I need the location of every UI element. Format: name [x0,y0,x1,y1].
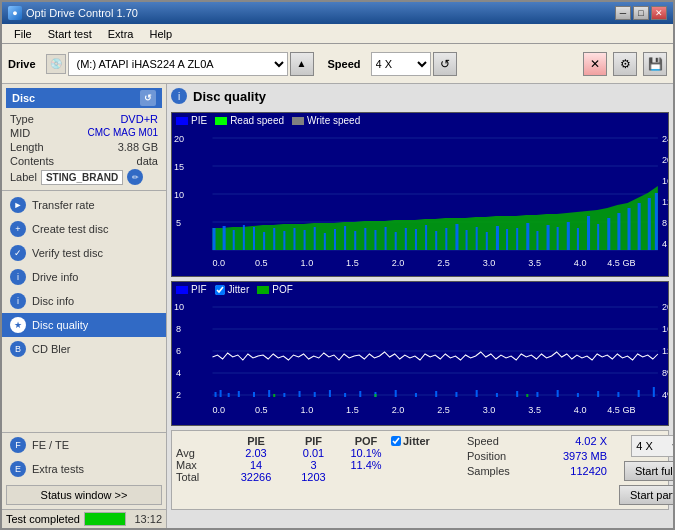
svg-text:1.0: 1.0 [301,258,314,268]
svg-rect-33 [374,230,376,250]
nav-icon-fe-te: F [10,437,26,453]
menu-help[interactable]: Help [141,26,180,42]
contents-label: Contents [10,155,54,167]
mid-label: MID [10,127,30,139]
nav-verify-test-disc[interactable]: ✓ Verify test disc [2,241,166,265]
svg-text:3.0: 3.0 [483,405,496,415]
legend-write-label: Write speed [307,115,360,126]
svg-text:5: 5 [176,218,181,228]
chart1-legend: PIE Read speed Write speed [172,113,668,128]
svg-rect-21 [253,227,255,250]
svg-rect-22 [263,232,265,250]
nav-extra-tests[interactable]: E Extra tests [2,457,166,481]
drive-icon: 💿 [46,54,66,74]
test-completed-bar: Test completed 13:12 [2,509,166,528]
svg-text:2: 2 [176,390,181,400]
svg-text:2.5: 2.5 [437,405,450,415]
legend-pie-label: PIE [191,115,207,126]
disc-quality-header: i Disc quality [171,88,669,104]
minimize-button[interactable]: ─ [615,6,631,20]
nav-icon-extra: E [10,461,26,477]
svg-rect-23 [273,228,275,250]
svg-rect-58 [628,208,631,250]
nav-transfer-rate[interactable]: ► Transfer rate [2,193,166,217]
svg-rect-97 [329,390,331,397]
svg-rect-96 [314,392,316,397]
svg-rect-88 [215,392,217,397]
nav-cd-bler[interactable]: B CD Bler [2,337,166,361]
stat-avg-jitter [391,447,461,459]
start-full-button[interactable]: Start full [624,461,673,481]
toolbar: Drive 💿 (M:) ATAPI iHAS224 A ZL0A ▲ Spee… [2,44,673,84]
progress-fill [85,513,125,525]
speed-select-right[interactable]: 4 X 1 X 2 X 8 X [631,435,673,457]
legend-pie-color [176,117,188,125]
svg-rect-103 [435,391,437,397]
nav-disc-quality[interactable]: ★ Disc quality [2,313,166,337]
svg-rect-42 [466,230,468,250]
type-value: DVD+R [120,113,158,125]
disc-refresh-icon[interactable]: ↺ [140,90,156,106]
svg-rect-38 [425,225,427,250]
speed-select[interactable]: 4 X 1 X 2 X 8 X [371,52,431,76]
menu-extra[interactable]: Extra [100,26,142,42]
svg-rect-51 [557,227,559,250]
svg-rect-59 [638,203,641,250]
svg-rect-105 [476,390,478,397]
svg-rect-29 [334,229,336,250]
test-completed-label: Test completed [6,513,80,525]
drive-label: Drive [8,58,36,70]
nav-create-test-disc[interactable]: + Create test disc [2,217,166,241]
legend-read-label: Read speed [230,115,284,126]
stat-max-jitter [391,459,461,471]
chart2-legend: PIF Jitter POF [172,282,668,297]
nav-icon-drive: i [10,269,26,285]
svg-rect-92 [253,392,255,397]
refresh-button[interactable]: ↺ [433,52,457,76]
status-bottom: F FE / TE E Extra tests Status window >>… [2,432,166,528]
svg-rect-98 [344,393,346,397]
stats-grid: PIE PIF POF Jitter Avg 2.03 0.01 10.1% M… [176,435,461,483]
close-button[interactable]: ✕ [651,6,667,20]
legend-write-color [292,117,304,125]
start-part-button[interactable]: Start part [619,485,673,505]
legend-pif-color [176,286,188,294]
jitter-checkbox[interactable] [215,285,225,295]
jitter-stat-checkbox[interactable] [391,436,401,446]
svg-rect-50 [547,225,550,250]
svg-rect-27 [314,227,316,250]
stat-avg-pie: 2.03 [226,447,286,459]
eject-button[interactable]: ▲ [290,52,314,76]
stat-total-pif: 1203 [286,471,341,483]
svg-text:15: 15 [174,162,184,172]
nav-fe-te[interactable]: F FE / TE [2,433,166,457]
speed-label: Speed [328,58,361,70]
menu-start-test[interactable]: Start test [40,26,100,42]
status-window-button[interactable]: Status window >> [6,485,162,505]
legend-pof-label: POF [272,284,293,295]
mid-value: CMC MAG M01 [87,127,158,139]
maximize-button[interactable]: □ [633,6,649,20]
menu-file[interactable]: File [6,26,40,42]
svg-rect-45 [496,226,499,250]
legend-pif-label: PIF [191,284,207,295]
nav-disc-info[interactable]: i Disc info [2,289,166,313]
label-edit-icon[interactable]: ✏ [127,169,143,185]
nav-drive-info[interactable]: i Drive info [2,265,166,289]
svg-rect-91 [238,391,240,397]
chart2-container: PIF Jitter POF [171,281,669,426]
drive-select[interactable]: (M:) ATAPI iHAS224 A ZL0A [68,52,288,76]
menu-bar: File Start test Extra Help [2,24,673,44]
svg-rect-31 [354,231,356,250]
svg-rect-60 [648,198,651,250]
svg-rect-37 [415,229,417,250]
stat-header-pie: PIE [226,435,286,447]
save-button[interactable]: 💾 [643,52,667,76]
svg-rect-43 [476,227,478,250]
svg-rect-17 [212,228,215,250]
erase-button[interactable]: ✕ [583,52,607,76]
settings-button[interactable]: ⚙ [613,52,637,76]
stats-area: PIE PIF POF Jitter Avg 2.03 0.01 10.1% M… [171,430,669,510]
svg-text:10: 10 [174,190,184,200]
contents-value: data [137,155,158,167]
